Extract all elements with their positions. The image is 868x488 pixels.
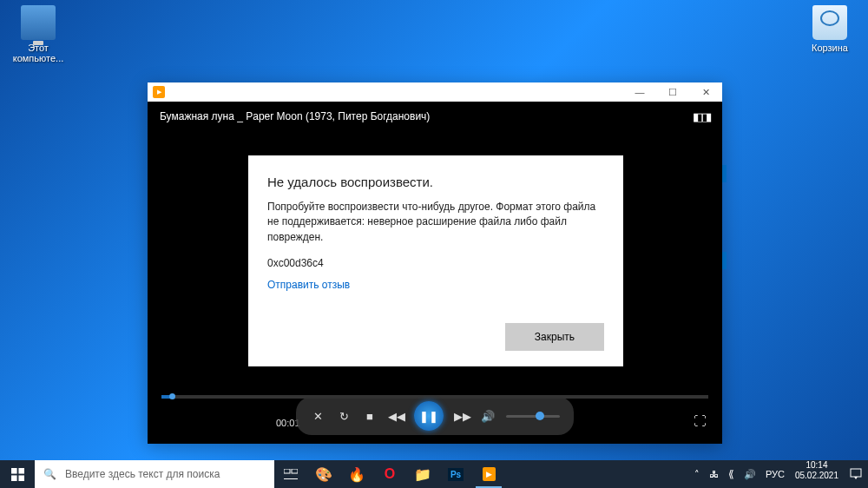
start-button[interactable] (0, 460, 35, 488)
svg-rect-0 (11, 468, 17, 474)
paint-icon: 🎨 (315, 466, 332, 483)
error-message: Попробуйте воспроизвести что-нибудь друг… (267, 200, 604, 245)
tray-chevron-up-icon[interactable]: ˄ (694, 469, 700, 480)
opera-icon: O (385, 466, 395, 482)
wmp-app-icon (153, 86, 165, 98)
volume-slider[interactable] (506, 415, 560, 418)
minimize-button[interactable]: — (623, 82, 656, 102)
wmp-body: Бумажная луна _ Paper Moon (1973, Питер … (148, 102, 722, 444)
folder-icon: 📁 (414, 466, 431, 483)
volume-knob[interactable] (536, 412, 544, 420)
play-pause-button[interactable]: ❚❚ (414, 401, 444, 431)
taskbar-app-burner[interactable]: 🔥 (340, 460, 373, 488)
desktop-icon-recycle-bin[interactable]: Корзина (797, 5, 863, 53)
maximize-button[interactable]: ☐ (656, 82, 689, 102)
playback-controls: ✕ ↻ ■ ◀◀ ❚❚ ▶▶ 🔊 (296, 397, 574, 435)
next-button[interactable]: ▶▶ (454, 410, 470, 423)
clock-time: 10:14 (795, 460, 838, 471)
wmp-window: — ☐ ✕ Бумажная луна _ Paper Moon (1973, … (148, 82, 722, 444)
error-code: 0xc00d36c4 (267, 257, 604, 269)
action-center-button[interactable] (844, 460, 868, 488)
error-title: Не удалось воспроизвести. (267, 175, 604, 189)
video-title: Бумажная луна _ Paper Moon (1973, Питер … (160, 110, 430, 122)
taskbar-clock[interactable]: 10:14 05.02.2021 (790, 460, 844, 488)
error-dialog: Не удалось воспроизвести. Попробуйте вос… (248, 155, 623, 366)
svg-rect-2 (11, 475, 17, 481)
tray-volume-icon[interactable]: 🔊 (744, 469, 756, 480)
task-view-icon (284, 469, 298, 479)
taskbar-app-wmp[interactable]: ▶ (472, 460, 505, 488)
taskbar-apps: 🎨 🔥 O 📁 Ps ▶ (307, 460, 505, 488)
layout-icon[interactable]: ◧◨ (693, 110, 710, 123)
windows-icon (11, 468, 24, 481)
close-button[interactable]: ✕ (689, 82, 722, 102)
seek-progress (161, 395, 173, 399)
wmp-icon: ▶ (483, 467, 496, 481)
flame-icon: 🔥 (348, 466, 365, 483)
prev-button[interactable]: ◀◀ (388, 410, 404, 423)
tray-wifi-icon[interactable]: ⟪ (728, 468, 734, 480)
taskbar-app-paint[interactable]: 🎨 (307, 460, 340, 488)
taskbar-app-photoshop[interactable]: Ps (439, 460, 472, 488)
task-view-button[interactable] (274, 460, 307, 488)
taskbar: 🔍 Введите здесь текст для поиска 🎨 🔥 O 📁… (0, 460, 868, 488)
taskbar-app-opera[interactable]: O (373, 460, 406, 488)
svg-rect-3 (18, 475, 24, 481)
search-icon: 🔍 (43, 468, 56, 480)
search-placeholder: Введите здесь текст для поиска (65, 468, 220, 480)
window-buttons: — ☐ ✕ (623, 82, 722, 102)
mute-button[interactable]: 🔊 (480, 410, 496, 423)
stop-button[interactable]: ■ (362, 410, 378, 423)
fullscreen-button[interactable]: ⛶ (694, 413, 707, 428)
tray-network-icon[interactable]: 🖧 (709, 469, 719, 479)
notification-icon (850, 468, 862, 480)
recycle-bin-icon (812, 5, 847, 40)
close-error-button[interactable]: Закрыть (505, 323, 604, 351)
desktop-icon-this-pc[interactable]: Этот компьюте... (5, 5, 71, 63)
taskbar-app-explorer[interactable]: 📁 (406, 460, 439, 488)
system-tray: ˄ 🖧 ⟪ 🔊 РУС (689, 460, 790, 488)
shuffle-button[interactable]: ✕ (310, 410, 326, 423)
photoshop-icon: Ps (448, 468, 464, 481)
feedback-link[interactable]: Отправить отзыв (267, 279, 350, 291)
svg-rect-6 (284, 478, 298, 479)
svg-rect-4 (284, 469, 290, 473)
clock-date: 05.02.2021 (795, 471, 838, 481)
desktop-icon-label: Корзина (797, 43, 863, 53)
svg-rect-5 (292, 469, 298, 473)
svg-rect-7 (851, 469, 861, 477)
desktop-icon-label: Этот компьюте... (5, 43, 71, 63)
repeat-button[interactable]: ↻ (336, 410, 352, 423)
search-box[interactable]: 🔍 Введите здесь текст для поиска (35, 460, 274, 488)
tray-language[interactable]: РУС (766, 469, 785, 479)
svg-rect-1 (18, 468, 24, 474)
pc-icon (21, 5, 56, 40)
wmp-titlebar[interactable]: — ☐ ✕ (148, 82, 722, 102)
